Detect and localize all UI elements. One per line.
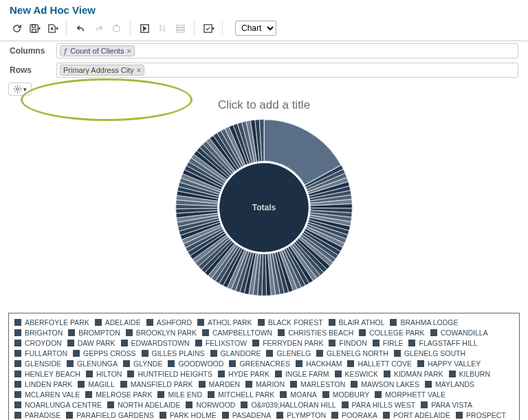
legend-item[interactable]: PASADENA <box>222 411 271 419</box>
rows-chip[interactable]: Primary Address City × <box>60 65 144 76</box>
legend-item[interactable]: PORT ADELAIDE <box>383 411 450 419</box>
legend-item[interactable]: KILBURN <box>449 370 491 378</box>
legend-item[interactable]: GLENELG <box>266 349 311 357</box>
legend-item[interactable]: DAW PARK <box>67 339 116 347</box>
legend-item[interactable]: FERRYDEN PARK <box>252 339 323 347</box>
legend-item[interactable]: O&#039;HALLORAN HILL <box>241 401 336 409</box>
legend-item[interactable]: PROSPECT <box>456 411 506 419</box>
legend-item[interactable]: HALLETT COVE <box>347 360 412 368</box>
legend-item[interactable]: ADELAIDE <box>95 318 141 327</box>
legend-item[interactable]: MARDEN <box>199 380 241 388</box>
pie-chart[interactable]: Totals <box>171 115 357 300</box>
legend-item[interactable]: BLACK FOREST <box>258 318 323 327</box>
rows-dropzone[interactable]: Primary Address City × <box>56 63 518 78</box>
legend-item[interactable]: PARAFIELD GARDENS <box>66 411 153 419</box>
legend-item[interactable]: MCLAREN VALE <box>14 390 80 399</box>
legend-item[interactable]: HACKHAM <box>296 360 342 368</box>
legend-item[interactable]: GLENELG SOUTH <box>394 349 465 357</box>
legend-item[interactable]: MODBURY <box>322 390 369 399</box>
legend-item[interactable]: HYDE PARK <box>218 370 270 378</box>
save-icon[interactable]: ▾ <box>26 20 43 36</box>
legend-item[interactable]: MOANA <box>280 390 317 399</box>
legend-item[interactable]: BRAHMA LODGE <box>390 318 458 327</box>
refresh-icon[interactable] <box>8 20 25 36</box>
legend-item[interactable]: GLENUNGA <box>67 360 118 368</box>
legend-item[interactable]: MARLESTON <box>290 380 345 388</box>
legend-item[interactable]: FULLARTON <box>14 349 67 357</box>
legend-item[interactable]: PLYMPTON <box>276 411 326 419</box>
legend-item[interactable]: EDWARDSTOWN <box>121 339 190 347</box>
legend-item[interactable]: NORTH ADELAIDE <box>107 401 180 409</box>
columns-chip[interactable]: ƒ Count of Clients × <box>60 45 135 56</box>
legend-item[interactable]: NOARLUNGA CENTRE <box>14 401 102 409</box>
legend-item[interactable]: MAWSON LAKES <box>351 380 419 388</box>
options-icon[interactable]: ▾ <box>200 20 217 36</box>
legend-item[interactable]: GLANDORE <box>210 349 261 357</box>
remove-chip-icon[interactable]: × <box>126 47 131 55</box>
legend-swatch <box>384 371 390 377</box>
undo-icon[interactable] <box>72 20 89 36</box>
legend-item[interactable]: CAMPBELLTOWN <box>202 329 272 337</box>
legend-item[interactable]: MANSFIELD PARK <box>120 380 193 388</box>
legend-item[interactable]: CROYDON <box>14 339 62 347</box>
legend-item[interactable]: KESWICK <box>335 370 378 378</box>
columns-chip-label: Count of Clients <box>70 47 124 55</box>
legend-item[interactable]: FELIXSTOW <box>195 339 247 347</box>
legend-item[interactable]: MORPHETT VALE <box>375 390 446 399</box>
legend-item[interactable]: COWANDILLA <box>430 329 488 337</box>
remove-chip-icon[interactable]: × <box>137 66 141 74</box>
legend-item[interactable]: MARION <box>245 380 285 388</box>
legend-item[interactable]: ASHFORD <box>146 318 192 327</box>
legend-item[interactable]: HAPPY VALLEY <box>417 360 481 368</box>
legend-item[interactable]: COLLEGE PARK <box>359 329 424 337</box>
legend-label: MILE END <box>168 390 202 399</box>
legend-item[interactable]: BRIGHTON <box>14 329 63 337</box>
legend-item[interactable]: LINDEN PARK <box>14 380 72 388</box>
legend-item[interactable]: FIRLE <box>373 339 404 347</box>
legend-item[interactable]: MITCHELL PARK <box>208 390 274 399</box>
legend-swatch <box>390 319 397 326</box>
export-icon[interactable]: ▾ <box>44 20 60 36</box>
legend-item[interactable]: HUNTFIELD HEIGHTS <box>127 370 212 378</box>
legend-label: MARDEN <box>209 380 241 388</box>
legend-item[interactable]: GREENACRES <box>229 360 290 368</box>
view-type-select[interactable]: Chart <box>235 21 276 36</box>
legend-swatch <box>202 329 209 336</box>
legend-item[interactable]: NORWOOD <box>186 401 235 409</box>
legend-item[interactable]: GOODWOOD <box>168 360 223 368</box>
legend-item[interactable]: POORAKA <box>331 411 377 419</box>
gear-icon <box>13 85 22 93</box>
legend-item[interactable]: HENLEY BEACH <box>14 370 80 378</box>
legend-item[interactable]: PARA HILLS WEST <box>342 401 416 409</box>
legend-item[interactable]: BROMPTON <box>68 329 120 337</box>
legend-item[interactable]: KIDMAN PARK <box>384 370 443 378</box>
legend-item[interactable]: MAYLANDS <box>425 380 474 388</box>
chart-title-placeholder[interactable]: Click to add a title <box>0 98 528 112</box>
legend-item[interactable]: GLYNDE <box>123 360 162 368</box>
legend-label: MAGILL <box>88 380 115 388</box>
legend-item[interactable]: BLAIR ATHOL <box>329 318 385 327</box>
legend-item[interactable]: GLENELG NORTH <box>316 349 388 357</box>
legend-item[interactable]: INGLE FARM <box>275 370 329 378</box>
legend-item[interactable]: FLAGSTAFF HILL <box>408 339 477 347</box>
legend-item[interactable]: BROOKLYN PARK <box>126 329 197 337</box>
legend-item[interactable]: HILTON <box>86 370 122 378</box>
legend-item[interactable]: PARA VISTA <box>421 401 472 409</box>
legend-item[interactable]: ABERFOYLE PARK <box>14 318 89 327</box>
pivot-icon[interactable] <box>136 20 153 36</box>
legend-swatch <box>218 371 225 377</box>
legend-item[interactable]: MILE END <box>157 390 202 399</box>
legend-item[interactable]: GEPPS CROSS <box>73 349 135 357</box>
legend-item[interactable]: PARADISE <box>14 411 60 419</box>
legend-item[interactable]: PARK HOLME <box>160 411 217 419</box>
legend-item[interactable]: FINDON <box>329 339 366 347</box>
legend-item[interactable]: CHRISTIES BEACH <box>278 329 353 337</box>
legend-item[interactable]: MELROSE PARK <box>85 390 152 399</box>
legend-item[interactable]: GLENSIDE <box>14 360 61 368</box>
legend-item[interactable]: MAGILL <box>78 380 115 388</box>
legend-item[interactable]: GILLES PLAINS <box>142 349 205 357</box>
columns-dropzone[interactable]: ƒ Count of Clients × <box>56 43 518 58</box>
chart-settings-button[interactable]: ▾ <box>8 82 32 96</box>
legend-label: MCLAREN VALE <box>25 390 80 399</box>
legend-item[interactable]: ATHOL PARK <box>197 318 252 327</box>
